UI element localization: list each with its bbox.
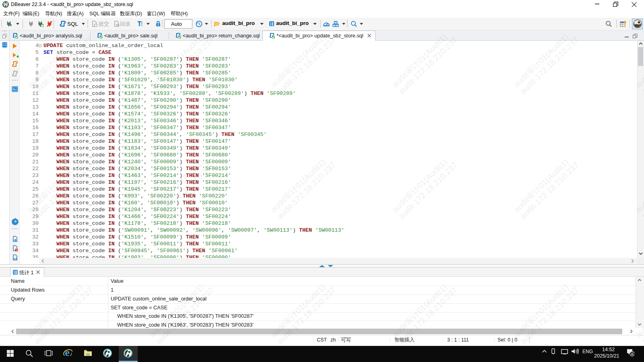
svg-text:e: e bbox=[65, 348, 70, 358]
svg-text:8: 8 bbox=[631, 352, 633, 356]
